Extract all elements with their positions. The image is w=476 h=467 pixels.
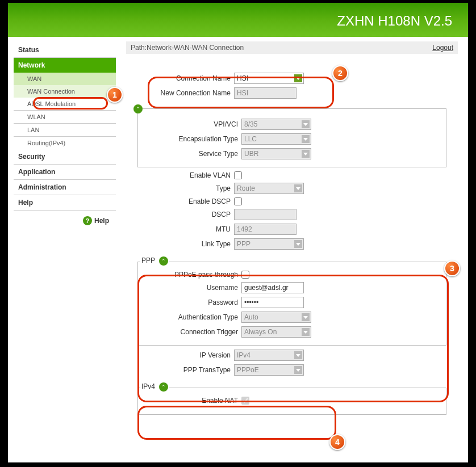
nav-network[interactable]: Network: [14, 58, 116, 73]
logout-link[interactable]: Logout: [432, 44, 453, 52]
chevron-down-icon: [294, 184, 302, 192]
nav-help[interactable]: Help: [14, 195, 116, 211]
nav-security[interactable]: Security: [14, 149, 116, 165]
nav-wan-connection[interactable]: WAN Connection: [14, 85, 116, 98]
collapse-icon[interactable]: ⌃: [159, 382, 168, 392]
username-label: Username: [138, 284, 241, 292]
chevron-down-icon: [302, 120, 310, 128]
enable-vlan-label: Enable VLAN: [126, 171, 234, 179]
help-icon: ?: [83, 216, 92, 225]
type-label: Type: [126, 184, 234, 192]
mtu-label: MTU: [126, 225, 234, 233]
ppp-transtype-select[interactable]: PPPoE: [234, 364, 304, 376]
enable-nat-checkbox[interactable]: [241, 397, 249, 405]
sidebar-help-link[interactable]: ? Help: [14, 211, 116, 225]
annotation-badge-3: 3: [444, 260, 460, 276]
svg-marker-8: [296, 354, 300, 357]
annotation-badge-4: 4: [329, 434, 345, 450]
link-type-select[interactable]: PPP: [234, 238, 304, 250]
dscp-input[interactable]: [234, 209, 297, 220]
chevron-down-icon: [294, 74, 302, 82]
product-title: ZXHN H108N V2.5: [337, 13, 452, 29]
nav-wan[interactable]: WAN: [14, 73, 116, 85]
ppp-transtype-label: PPP TransType: [126, 366, 234, 374]
enable-dscp-label: Enable DSCP: [126, 197, 234, 205]
new-connection-name-label: New Connection Name: [126, 89, 234, 97]
link-type-label: Link Type: [126, 240, 234, 248]
svg-marker-3: [303, 153, 308, 155]
nav-status[interactable]: Status: [14, 43, 116, 58]
nav-lan[interactable]: LAN: [14, 124, 116, 136]
collapse-icon[interactable]: ⌃: [133, 104, 143, 113]
password-label: Password: [138, 298, 241, 306]
collapse-icon[interactable]: ⌃: [159, 256, 168, 266]
annotation-badge-1: 1: [107, 87, 123, 103]
password-input[interactable]: [241, 297, 304, 308]
connection-name-select[interactable]: HSI: [234, 73, 304, 84]
ppp-section-header: PPP: [141, 256, 155, 264]
connection-name-label: Connection Name: [126, 74, 234, 82]
chevron-down-icon: [302, 150, 310, 158]
svg-marker-6: [303, 316, 308, 319]
mtu-input[interactable]: [234, 224, 297, 235]
header-banner: ZXHN H108N V2.5: [8, 3, 468, 37]
authentication-type-label: Authentication Type: [138, 313, 241, 321]
chevron-down-icon: [302, 135, 310, 143]
chevron-down-icon: [294, 351, 302, 359]
enable-vlan-checkbox[interactable]: [234, 171, 242, 179]
nav-application[interactable]: Application: [14, 165, 116, 180]
breadcrumb: Path:Network-WAN-WAN Connection Logout: [126, 41, 458, 54]
connection-trigger-select[interactable]: Always On: [241, 326, 311, 338]
nav-wlan[interactable]: WLAN: [14, 111, 116, 123]
pppoe-pass-through-checkbox[interactable]: [241, 271, 249, 279]
chevron-down-icon: [294, 366, 302, 374]
vpi-vci-label: VPI/VCI: [138, 120, 241, 128]
nav-administration[interactable]: Administration: [14, 180, 116, 195]
enable-nat-label: Enable NAT: [138, 397, 241, 405]
nav-adsl-modulation[interactable]: ADSL Modulation: [14, 98, 116, 110]
svg-marker-9: [296, 369, 300, 372]
svg-marker-1: [303, 123, 308, 126]
encapsulation-type-select[interactable]: LLC: [241, 133, 311, 145]
chevron-down-icon: [302, 313, 310, 321]
svg-marker-2: [303, 138, 308, 141]
pppoe-pass-through-label: PPPoE pass-through: [138, 271, 241, 279]
breadcrumb-path: Path:Network-WAN-WAN Connection: [131, 44, 244, 52]
type-select[interactable]: Route: [234, 183, 304, 194]
authentication-type-select[interactable]: Auto: [241, 312, 311, 323]
connection-trigger-label: Connection Trigger: [138, 328, 241, 336]
ipv4-section-header: IPv4: [141, 382, 155, 390]
sidebar: Status Network WAN WAN Connection ADSL M…: [8, 37, 116, 462]
svg-marker-5: [296, 243, 300, 246]
encapsulation-type-label: Encapsulation Type: [138, 135, 241, 143]
dscp-label: DSCP: [126, 211, 234, 218]
chevron-down-icon: [302, 328, 310, 336]
main-content: Path:Network-WAN-WAN Connection Logout C…: [116, 37, 468, 462]
chevron-down-icon: [294, 240, 302, 248]
nav-routing-ipv4[interactable]: Routing(IPv4): [14, 137, 116, 149]
connection-name-value: HSI: [237, 74, 248, 82]
svg-marker-7: [303, 331, 308, 334]
new-connection-name-input[interactable]: [234, 87, 297, 99]
service-type-select[interactable]: UBR: [241, 148, 311, 159]
username-input[interactable]: [241, 282, 304, 293]
service-type-label: Service Type: [138, 150, 241, 158]
help-label: Help: [94, 217, 109, 225]
enable-dscp-checkbox[interactable]: [234, 197, 242, 205]
ip-version-select[interactable]: IPv4: [234, 350, 304, 361]
annotation-badge-2: 2: [332, 65, 348, 81]
svg-marker-4: [296, 187, 300, 190]
ip-version-label: IP Version: [126, 351, 234, 359]
vpi-vci-select[interactable]: 8/35: [241, 119, 311, 130]
svg-marker-0: [296, 77, 300, 80]
